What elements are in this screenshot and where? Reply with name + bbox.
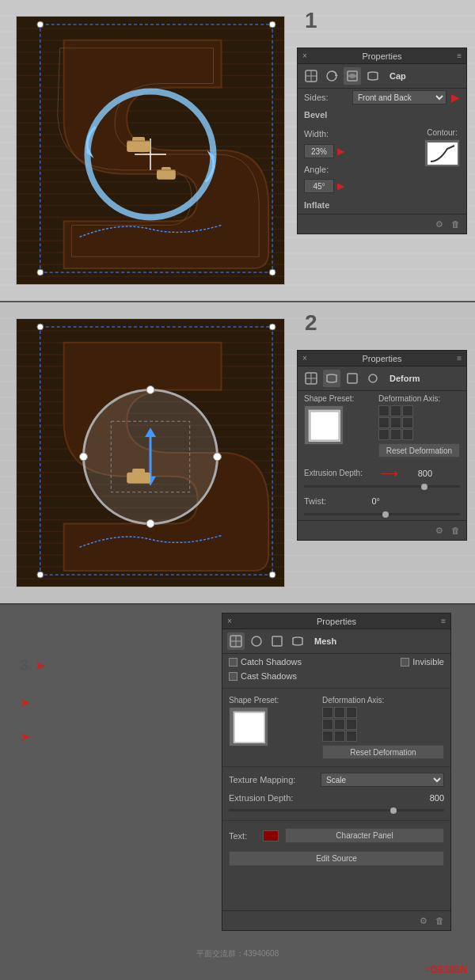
svg-rect-119 [127,473,150,484]
svg-point-114 [146,520,154,528]
svg-point-44 [37,269,44,275]
sides-arrow: ▶ [451,91,460,104]
deform-cell-3[interactable] [346,719,357,730]
indicator-arrow-1: ➤ [35,658,45,673]
panel-title-3: Properties [317,617,356,626]
deform-cell-3[interactable] [322,719,333,730]
section-2: 2 [0,302,475,603]
deform-cell[interactable] [390,405,401,416]
deform-cell[interactable] [378,429,390,440]
extrusion-label-3: Extrusion Depth: [229,793,316,803]
cast-shadows-checkbox[interactable] [229,672,238,681]
deform-cell[interactable] [378,417,390,428]
twist-slider[interactable] [304,513,460,515]
panel-settings-icon-3[interactable]: ⚙ [417,914,430,927]
extrusion-slider-3[interactable] [229,809,444,811]
rotate-tab-icon[interactable] [323,67,340,85]
deform-cell-3[interactable] [346,731,357,742]
panel-close-2[interactable]: × [302,354,307,363]
deform-cell-3[interactable] [346,707,357,718]
panel-close-3[interactable]: × [227,617,232,625]
watermark-area: ≡DESIGN [425,964,467,975]
extrusion-slider-2[interactable] [304,485,460,488]
arrow-indicators: 3 ➤ ➤ ➤ [20,656,45,744]
extrusion-thumb-2[interactable] [421,484,428,490]
deform-tab-icon-2[interactable] [323,370,340,387]
deform-cell[interactable] [390,429,401,440]
deform-cell[interactable] [402,405,413,416]
text-color-box[interactable] [263,830,279,841]
panel-titlebar-1: × Properties ≡ [298,48,466,64]
deform-cell-3[interactable] [334,731,345,742]
panel-settings-icon[interactable]: ⚙ [433,218,446,230]
indicator-arrow-3: ➤ [20,729,30,744]
deform-axis-label-2: Deformation Axis: [378,394,460,403]
section-number-1: 1 [305,8,317,33]
svg-point-106 [37,324,44,330]
svg-point-42 [37,21,44,28]
svg-point-107 [269,324,276,330]
bevel-header: Bevel [298,106,466,123]
deform-axis-label-3: Deformation Axis: [322,696,444,705]
deform-tab-icon[interactable] [364,67,382,85]
invisible-checkbox[interactable] [401,658,409,667]
extra-tab-icon-2[interactable] [364,370,382,387]
sides-select[interactable]: Front and Back [352,90,446,104]
contour-label: Contour: [427,128,457,137]
panel-title-1: Properties [362,51,401,61]
cap-tab-icon[interactable] [344,67,361,85]
width-input[interactable] [304,144,334,158]
deform-cell[interactable] [402,429,413,440]
svg-rect-55 [162,167,171,172]
panel-delete-icon-3[interactable]: 🗑 [433,914,446,927]
deform-cell[interactable] [378,405,390,416]
deform-cell[interactable] [390,417,401,428]
panel-settings-icon-2[interactable]: ⚙ [433,524,446,537]
svg-point-125 [369,374,377,382]
character-panel-btn[interactable]: Character Panel [285,828,444,843]
catch-shadows-checkbox[interactable] [229,658,238,667]
deform-cell-3[interactable] [322,731,333,742]
deform-grid-3 [322,707,357,742]
extrusion-value-3: 800 [321,793,444,803]
deform-tab-icon-3[interactable] [289,632,306,650]
edit-source-row: Edit Source [222,848,450,871]
inflate-row: Inflate [298,196,466,214]
cast-shadows-label: Cast Shadows [241,671,297,681]
mesh-tab-icon[interactable] [302,67,320,85]
texture-mapping-select[interactable]: Scale [321,773,444,787]
mesh-tab-icon-2[interactable] [302,370,320,387]
watermark-text: ≡DESIGN [425,964,467,975]
mesh-label: Mesh [314,636,336,646]
edit-source-btn[interactable]: Edit Source [229,851,444,866]
rotate-tab-icon-3[interactable] [248,632,265,650]
cap-label: Cap [390,71,406,81]
deform-cell-3[interactable] [322,707,333,718]
mesh-tab-icon-3[interactable] [227,632,245,650]
reset-deformation-btn-2[interactable]: Reset Deformation [378,443,460,458]
deform-cell-3[interactable] [334,707,345,718]
panel-menu-1[interactable]: ≡ [457,51,462,60]
extrusion-label-2: Extrusion Depth: [304,469,375,477]
panel-icons-row-1: Cap [298,64,466,89]
width-label: Width: [304,129,348,139]
twist-thumb[interactable] [382,511,389,518]
angle-arrow: ▶ [337,180,344,192]
cap-tab-icon-3[interactable] [268,632,286,650]
texture-mapping-label: Texture Mapping: [229,775,316,784]
cap-tab-icon-2[interactable] [344,370,361,387]
angle-input[interactable] [304,179,334,193]
panel-menu-2[interactable]: ≡ [457,354,462,363]
shape-preset-box-3[interactable] [229,707,268,746]
deform-cell[interactable] [402,417,413,428]
panel-delete-icon-2[interactable]: 🗑 [449,524,462,537]
panel-menu-3[interactable]: ≡ [441,617,446,625]
panel-footer-1: ⚙ 🗑 [298,214,466,234]
deform-cell-3[interactable] [334,719,345,730]
reset-deformation-btn-3[interactable]: Reset Deformation [322,745,444,759]
contour-box[interactable] [424,139,460,167]
extrusion-thumb-3[interactable] [390,807,397,814]
panel-delete-icon[interactable]: 🗑 [449,218,462,230]
panel-close-1[interactable]: × [302,51,307,60]
shape-preset-box-2[interactable] [304,405,344,445]
